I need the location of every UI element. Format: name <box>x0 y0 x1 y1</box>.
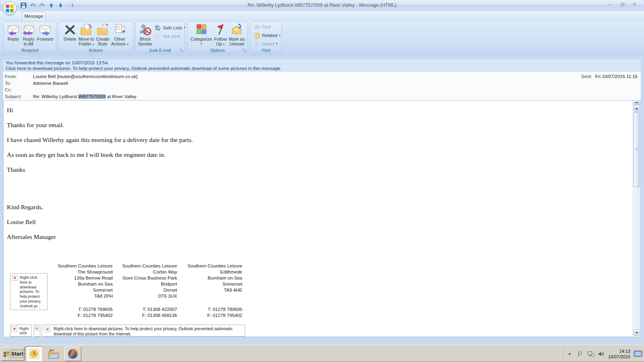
tray-volume-icon[interactable] <box>598 351 605 357</box>
sent-label: Sent: <box>581 74 592 79</box>
sent-field: Sent:Fri 10/07/2015 11:15 <box>581 74 638 80</box>
info-bar[interactable]: You forwarded this message on 10/07/2015… <box>3 60 641 72</box>
scroll-up-button[interactable] <box>634 105 640 111</box>
scroll-up-icon <box>635 107 638 109</box>
blocked-image-placeholder[interactable]: ✕ <box>34 325 40 337</box>
restore-button[interactable] <box>617 1 627 8</box>
tray-network-icon[interactable] <box>587 351 594 357</box>
taskbar-explorer-button[interactable] <box>45 346 62 361</box>
block-sender-button[interactable]: Block Sender <box>137 23 153 48</box>
delete-button[interactable]: Delete <box>62 23 78 48</box>
follow-up-flag-icon <box>214 23 227 37</box>
not-junk-button[interactable]: Not Junk <box>153 32 187 40</box>
group-actions: Delete Move to Folder ▾ <box>58 21 133 53</box>
info-bar-line1: You forwarded this message on 10/07/2015… <box>6 60 641 66</box>
blocked-image-placeholder[interactable]: ✕ Right-click here to download pictures.… <box>42 325 245 337</box>
mark-as-unread-button[interactable]: Mark as Unread <box>228 23 246 48</box>
tab-message[interactable]: Message <box>22 12 45 21</box>
not-junk-icon <box>155 33 161 39</box>
group-find: Find Related ▾ Select ▾ Find <box>250 21 282 53</box>
closing-line: Aftersales Manager <box>7 234 631 240</box>
other-actions-icon <box>113 23 127 37</box>
related-button[interactable]: Related ▾ <box>252 31 282 39</box>
signature-address-column: Southern Counties Leisure The Showground… <box>48 263 113 319</box>
tray-chevron-icon[interactable]: « <box>566 351 574 357</box>
telephone: T: 01278 789605 <box>48 306 113 313</box>
move-to-folder-button[interactable]: Move to Folder ▾ <box>78 23 95 48</box>
group-label-junk-email: Junk E-mail <box>136 47 184 53</box>
create-rule-button[interactable]: Create Rule <box>95 23 110 48</box>
safe-lists-button[interactable]: Safe Lists ▾ <box>153 23 187 32</box>
dropdown-arrow-icon: ▾ <box>127 43 128 46</box>
placeholder-text: Right-click <box>19 326 31 335</box>
start-button[interactable]: Start <box>1 347 25 361</box>
show-desktop-icon[interactable] <box>634 350 642 358</box>
tray-flag-icon[interactable] <box>577 351 584 357</box>
junk-dialog-launcher-icon[interactable] <box>179 48 184 53</box>
placeholder-text: Right-click here to download pictures. T… <box>54 326 242 336</box>
group-junk-email: Block Sender Safe Lists ▾ <box>135 21 185 53</box>
system-tray: « 14:13 10/07/2015 <box>563 346 642 361</box>
to-label: To: <box>5 80 33 86</box>
fax: F: 01278 795402 <box>48 313 113 319</box>
find-button[interactable]: Find <box>252 23 272 31</box>
other-actions-button[interactable]: Other Actions ▾ <box>110 23 129 48</box>
customize-toolbar-icon[interactable]: ▾ <box>72 4 73 7</box>
mark-as-unread-icon <box>230 23 244 37</box>
forward-button[interactable]: Forward <box>36 23 54 48</box>
message-text: Hi Thanks for your email. I have chased … <box>4 101 631 249</box>
next-item-icon[interactable] <box>57 2 64 9</box>
message-body: Hi Thanks for your email. I have chased … <box>3 100 641 337</box>
sent-value: Fri 10/07/2015 11:15 <box>595 74 638 79</box>
body-paragraph: I have chased Willerby again this mornin… <box>7 137 631 143</box>
clock-date: 10/07/2015 <box>608 354 630 360</box>
related-documents-icon <box>254 32 260 39</box>
subject-highlight: WB7757/009 <box>78 94 106 99</box>
from-value: Louise Bell [louise@southerncountiesleis… <box>33 74 138 80</box>
from-label: From: <box>5 74 33 80</box>
title-bar[interactable]: ▾ Re: Willerby Lydhurst WB7757/009 at Ri… <box>0 0 644 11</box>
restore-icon <box>620 3 624 6</box>
info-bar-line2[interactable]: Click here to download pictures. To help… <box>6 66 641 71</box>
blocked-image-placeholder[interactable]: ✕ Right-click here to download pictures.… <box>10 273 47 310</box>
options-dialog-launcher-icon[interactable] <box>242 48 247 53</box>
signature-address-column: Southern Counties Leisure Corbin Way Gor… <box>113 263 177 319</box>
taskbar-clock[interactable]: 14:13 10/07/2015 <box>608 348 630 360</box>
close-button[interactable]: ✕ <box>629 1 640 8</box>
clock-time: 14:13 <box>608 348 630 354</box>
quick-access-toolbar: ▾ <box>20 2 73 9</box>
categorize-icon <box>194 23 208 37</box>
redo-icon[interactable] <box>39 2 45 9</box>
body-paragraph: As soon as they get back to me I will bo… <box>7 152 631 158</box>
select-button[interactable]: Select ▾ <box>252 39 279 48</box>
vertical-scrollbar[interactable] <box>633 101 640 336</box>
reply-button[interactable]: Reply <box>6 23 21 48</box>
previous-item-icon[interactable] <box>48 2 54 9</box>
group-label-respond: Respond <box>4 47 56 53</box>
group-label-find: Find <box>251 47 281 53</box>
undo-icon[interactable] <box>29 2 36 9</box>
save-icon[interactable] <box>20 2 27 9</box>
office-button[interactable] <box>2 1 17 16</box>
taskbar-outlook-button[interactable] <box>26 346 42 361</box>
reply-all-icon <box>22 23 35 37</box>
forward-icon <box>38 23 52 37</box>
split-handle[interactable] <box>633 101 640 105</box>
safe-lists-icon <box>155 25 161 31</box>
toolbar-separator <box>66 2 69 9</box>
delete-icon <box>63 23 77 37</box>
taskbar-firefox-button[interactable] <box>64 346 81 361</box>
folder-icon <box>47 348 60 360</box>
blocked-image-icon: ✕ <box>45 327 50 332</box>
scrollbar-thumb[interactable] <box>634 112 640 187</box>
categorize-button[interactable]: Categorize ▾ <box>190 23 213 48</box>
scroll-down-button[interactable] <box>634 329 640 336</box>
select-cursor-icon <box>254 41 260 47</box>
outlook-icon <box>29 348 39 359</box>
follow-up-button[interactable]: Follow Up ▾ <box>213 23 228 48</box>
minimize-button[interactable]: – <box>604 1 615 8</box>
blocked-image-placeholder[interactable]: ✕ Right-click <box>10 325 32 337</box>
find-binoculars-icon <box>254 24 260 30</box>
to-value: Adrienne Barwell <box>33 80 68 86</box>
reply-to-all-button[interactable]: Reply to All <box>21 23 36 48</box>
